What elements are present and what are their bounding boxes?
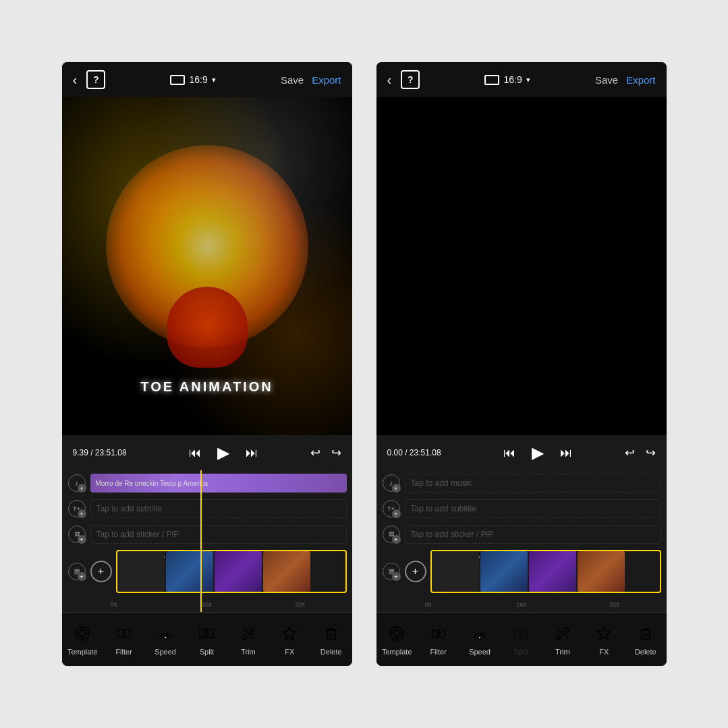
left-sticker-add-icon: + <box>78 535 86 544</box>
right-speed-icon <box>469 623 491 644</box>
left-tool-fx[interactable]: FX <box>273 623 306 656</box>
right-tool-template[interactable]: Template <box>380 623 414 656</box>
left-sticker-track-content[interactable]: Tap to add sticker / PiP <box>90 525 347 544</box>
left-music-track-content[interactable]: Morro de Re oneckin Testo p America <box>90 474 347 493</box>
right-subtitle-track-icon[interactable]: T+ + <box>382 499 401 518</box>
right-subtitle-track: T+ + Tap to add subtitle <box>376 496 667 522</box>
left-tool-delete[interactable]: Delete <box>314 623 348 656</box>
right-music-track-content[interactable]: Tap to add music <box>405 474 661 493</box>
right-trim-label: Trim <box>555 648 570 656</box>
left-export-button[interactable]: Export <box>312 74 341 86</box>
right-add-clip-button[interactable]: + <box>405 561 426 582</box>
right-subtitle-track-content[interactable]: Tap to add subtitle <box>405 499 661 518</box>
left-speed-label: Speed <box>155 648 176 656</box>
left-split-icon <box>196 623 217 644</box>
right-music-placeholder: Tap to add music <box>405 474 661 493</box>
left-video-track-icon[interactable]: 🎬 + <box>67 562 86 581</box>
right-skip-back-button[interactable]: ⏮ <box>503 446 515 460</box>
right-help-button[interactable]: ? <box>401 70 420 89</box>
left-trim-label: Trim <box>241 648 256 656</box>
left-skip-back-button[interactable]: ⏮ <box>189 446 201 460</box>
left-ruler-marks: 0s 16s 32s <box>67 601 347 608</box>
svg-point-7 <box>123 629 131 638</box>
left-tool-split[interactable]: Split <box>190 623 223 656</box>
left-film-thumb-0 <box>117 551 165 592</box>
left-aspect-ratio-selector[interactable]: 16:9 ▾ <box>170 74 215 85</box>
left-trim-icon <box>237 623 259 644</box>
left-tool-template[interactable]: Template <box>65 623 99 656</box>
left-tool-speed[interactable]: Speed <box>148 623 182 656</box>
svg-point-1 <box>79 630 86 637</box>
left-timeline-area: ♪ + Morro de Re oneckin Testo p America … <box>62 470 352 612</box>
left-help-button[interactable]: ? <box>86 70 105 89</box>
right-back-button[interactable]: ‹ <box>387 72 392 88</box>
left-video-character <box>167 287 248 368</box>
right-ruler-32s: 32s <box>568 601 661 608</box>
left-tool-filter[interactable]: Filter <box>107 623 141 656</box>
right-video-track-content[interactable]: 23m 50.68s <box>430 550 661 593</box>
left-delete-icon <box>320 623 342 644</box>
left-subtitle-add-icon: + <box>78 509 86 518</box>
right-tool-delete[interactable]: Delete <box>629 623 663 656</box>
right-ruler-0s: 0s <box>382 601 475 608</box>
right-sticker-track: 🖼 + Tap to add sticker / PiP <box>376 522 667 547</box>
left-filter-icon <box>113 623 135 644</box>
left-undo-redo: ↩ ↪ <box>310 445 341 460</box>
left-subtitle-track: T+ + Tap to add subtitle <box>62 496 352 522</box>
left-ruler-0s: 0s <box>67 601 161 608</box>
right-sticker-track-icon[interactable]: 🖼 + <box>382 525 401 544</box>
left-time-display: 9.39 / 23:51.08 <box>73 448 137 457</box>
left-fx-icon <box>279 623 300 644</box>
svg-point-35 <box>557 636 561 640</box>
left-film-thumb-2 <box>215 551 262 592</box>
left-subtitle-track-icon[interactable]: T+ + <box>67 499 86 518</box>
left-save-button[interactable]: Save <box>281 74 304 86</box>
right-tool-trim[interactable]: Trim <box>546 623 580 656</box>
right-aspect-dropdown-arrow: ▾ <box>526 76 530 84</box>
left-play-button[interactable]: ▶ <box>217 443 229 462</box>
right-top-bar-left: ‹ ? <box>387 70 420 89</box>
left-redo-button[interactable]: ↪ <box>331 445 341 460</box>
left-add-clip-button[interactable]: + <box>90 561 112 582</box>
right-export-button[interactable]: Export <box>626 74 655 86</box>
left-video-track: 🎬 + + 23m 50.68s <box>62 547 352 596</box>
left-video-track-content[interactable]: 23m 50.68s <box>116 550 347 593</box>
right-tool-fx[interactable]: FX <box>587 623 621 656</box>
right-undo-button[interactable]: ↩ <box>625 445 635 460</box>
right-skip-forward-button[interactable]: ⏭ <box>560 446 572 460</box>
right-aspect-ratio-selector[interactable]: 16:9 ▾ <box>484 74 530 85</box>
right-aspect-icon <box>484 75 499 85</box>
right-playback-controls: ⏮ ▶ ⏭ <box>451 443 625 462</box>
left-music-track-icon[interactable]: ♪ + <box>67 474 86 493</box>
left-film-thumb-3 <box>263 551 310 592</box>
left-undo-button[interactable]: ↩ <box>310 445 320 460</box>
right-tool-filter[interactable]: Filter <box>422 623 455 656</box>
left-playback-controls: ⏮ ▶ ⏭ <box>137 443 310 462</box>
right-redo-button[interactable]: ↪ <box>646 445 656 460</box>
right-subtitle-placeholder: Tap to add subtitle <box>405 499 661 518</box>
left-tool-trim[interactable]: Trim <box>231 623 265 656</box>
left-sticker-track-icon[interactable]: 🖼 + <box>67 525 86 544</box>
right-timeline-area: ♪ + Tap to add music T+ + Tap to add <box>376 470 667 612</box>
right-video-track-icon[interactable]: 🎬 + <box>382 562 401 581</box>
right-music-track-icon[interactable]: ♪ + <box>382 474 401 493</box>
left-skip-forward-button[interactable]: ⏭ <box>246 446 258 460</box>
right-top-bar: ‹ ? 16:9 ▾ Save Export <box>376 62 667 97</box>
left-subtitle-track-content[interactable]: Tap to add subtitle <box>90 499 347 518</box>
right-filter-icon <box>428 623 449 644</box>
svg-marker-38 <box>597 627 611 640</box>
right-sticker-track-content[interactable]: Tap to add sticker / PiP <box>405 525 661 544</box>
right-save-button[interactable]: Save <box>595 74 618 86</box>
right-tool-split[interactable]: Split <box>504 623 538 656</box>
right-sticker-placeholder: Tap to add sticker / PiP <box>405 525 661 544</box>
page-wrapper: ‹ ? 16:9 ▾ Save Export TOE ANIMATION <box>0 0 728 728</box>
left-template-icon <box>72 623 93 644</box>
right-playback-bar: 0.00 / 23:51.08 ⏮ ▶ ⏭ ↩ ↪ <box>376 435 667 470</box>
right-filter-label: Filter <box>430 648 446 656</box>
right-play-button[interactable]: ▶ <box>532 443 544 462</box>
right-delete-label: Delete <box>635 648 656 656</box>
left-music-add-icon: + <box>78 484 86 493</box>
left-back-button[interactable]: ‹ <box>73 72 78 88</box>
svg-point-14 <box>242 636 246 640</box>
right-tool-speed[interactable]: Speed <box>463 623 497 656</box>
